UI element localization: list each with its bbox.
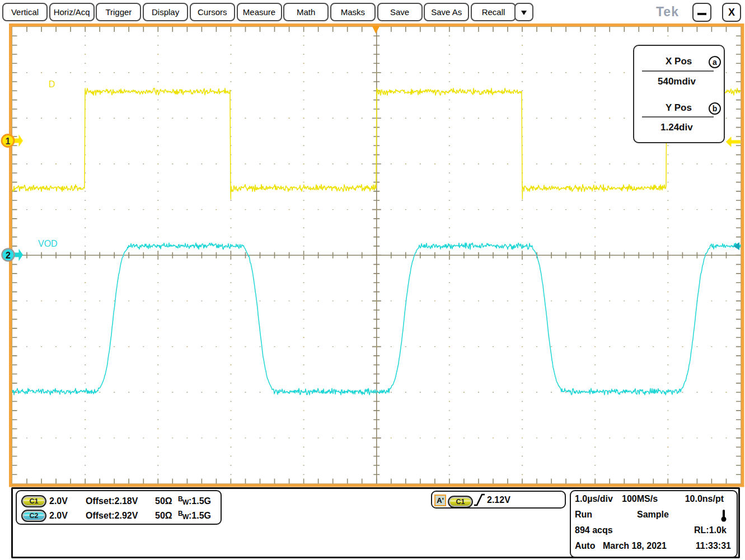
svg-text:2: 2 [6,251,11,260]
svg-text:VOD: VOD [38,239,58,248]
svg-text:D: D [49,79,55,89]
svg-text:1: 1 [6,137,11,146]
